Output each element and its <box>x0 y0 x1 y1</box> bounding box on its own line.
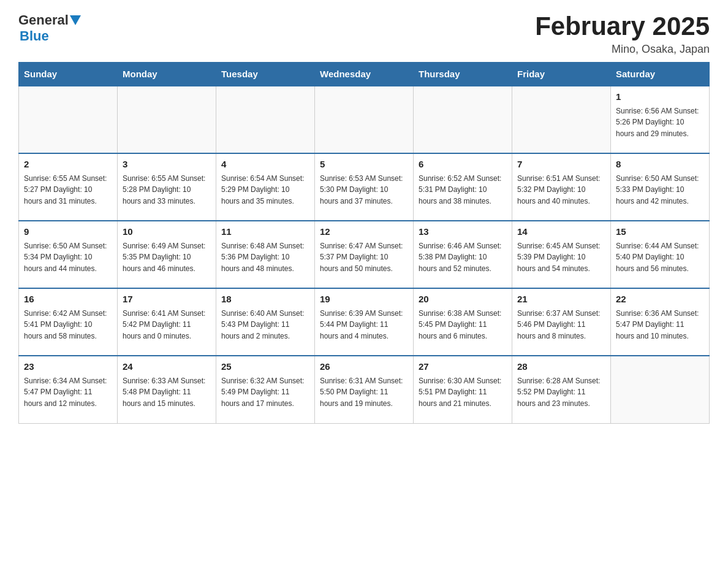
day-number: 22 <box>616 293 704 307</box>
col-tuesday: Tuesday <box>216 63 315 86</box>
logo-triangle-icon <box>70 15 81 25</box>
day-number: 9 <box>24 225 112 239</box>
col-thursday: Thursday <box>414 63 512 86</box>
day-info: Sunrise: 6:39 AM Sunset: 5:44 PM Dayligh… <box>320 308 408 342</box>
calendar-day-cell: 6Sunrise: 6:52 AM Sunset: 5:31 PM Daylig… <box>414 153 512 221</box>
calendar-day-cell: 12Sunrise: 6:47 AM Sunset: 5:37 PM Dayli… <box>315 221 414 288</box>
day-number: 18 <box>221 293 309 307</box>
day-number: 14 <box>517 225 605 239</box>
calendar-week-row: 16Sunrise: 6:42 AM Sunset: 5:41 PM Dayli… <box>19 288 710 356</box>
calendar-day-cell: 15Sunrise: 6:44 AM Sunset: 5:40 PM Dayli… <box>611 221 710 288</box>
calendar-day-cell: 1Sunrise: 6:56 AM Sunset: 5:26 PM Daylig… <box>611 86 710 153</box>
col-sunday: Sunday <box>19 63 118 86</box>
calendar-day-cell: 9Sunrise: 6:50 AM Sunset: 5:34 PM Daylig… <box>19 221 118 288</box>
day-info: Sunrise: 6:56 AM Sunset: 5:26 PM Dayligh… <box>616 105 704 140</box>
day-info: Sunrise: 6:30 AM Sunset: 5:51 PM Dayligh… <box>419 375 507 410</box>
day-number: 20 <box>419 293 507 307</box>
day-number: 15 <box>616 225 704 239</box>
calendar-day-cell <box>611 356 710 423</box>
day-info: Sunrise: 6:50 AM Sunset: 5:33 PM Dayligh… <box>616 173 704 207</box>
calendar-day-cell: 2Sunrise: 6:55 AM Sunset: 5:27 PM Daylig… <box>19 153 118 221</box>
calendar-day-cell: 13Sunrise: 6:46 AM Sunset: 5:38 PM Dayli… <box>414 221 512 288</box>
day-number: 27 <box>419 360 507 374</box>
day-info: Sunrise: 6:49 AM Sunset: 5:35 PM Dayligh… <box>123 240 211 275</box>
day-number: 26 <box>320 360 408 374</box>
day-info: Sunrise: 6:31 AM Sunset: 5:50 PM Dayligh… <box>320 375 408 410</box>
calendar-day-cell: 20Sunrise: 6:38 AM Sunset: 5:45 PM Dayli… <box>414 288 512 356</box>
day-info: Sunrise: 6:51 AM Sunset: 5:32 PM Dayligh… <box>517 173 605 207</box>
calendar-week-row: 9Sunrise: 6:50 AM Sunset: 5:34 PM Daylig… <box>19 221 710 288</box>
day-info: Sunrise: 6:46 AM Sunset: 5:38 PM Dayligh… <box>419 240 507 275</box>
month-title: February 2025 <box>535 12 710 40</box>
day-info: Sunrise: 6:53 AM Sunset: 5:30 PM Dayligh… <box>320 173 408 207</box>
calendar-day-cell: 18Sunrise: 6:40 AM Sunset: 5:43 PM Dayli… <box>216 288 315 356</box>
calendar-header-row: Sunday Monday Tuesday Wednesday Thursday… <box>19 63 710 86</box>
calendar-day-cell <box>19 86 118 153</box>
day-number: 4 <box>221 158 309 172</box>
day-info: Sunrise: 6:47 AM Sunset: 5:37 PM Dayligh… <box>320 240 408 275</box>
day-number: 2 <box>24 158 112 172</box>
day-info: Sunrise: 6:50 AM Sunset: 5:34 PM Dayligh… <box>24 240 112 275</box>
logo-blue: Blue <box>18 28 81 44</box>
day-number: 8 <box>616 158 704 172</box>
logo-general: General <box>18 12 69 28</box>
day-info: Sunrise: 6:37 AM Sunset: 5:46 PM Dayligh… <box>517 308 605 342</box>
svg-marker-0 <box>70 15 81 25</box>
day-info: Sunrise: 6:28 AM Sunset: 5:52 PM Dayligh… <box>517 375 605 410</box>
day-info: Sunrise: 6:54 AM Sunset: 5:29 PM Dayligh… <box>221 173 309 207</box>
calendar-day-cell: 14Sunrise: 6:45 AM Sunset: 5:39 PM Dayli… <box>512 221 611 288</box>
calendar-day-cell: 25Sunrise: 6:32 AM Sunset: 5:49 PM Dayli… <box>216 356 315 423</box>
day-info: Sunrise: 6:33 AM Sunset: 5:48 PM Dayligh… <box>123 375 211 410</box>
title-block: February 2025 Mino, Osaka, Japan <box>535 12 710 56</box>
calendar-day-cell: 23Sunrise: 6:34 AM Sunset: 5:47 PM Dayli… <box>19 356 118 423</box>
calendar-day-cell: 17Sunrise: 6:41 AM Sunset: 5:42 PM Dayli… <box>118 288 216 356</box>
col-saturday: Saturday <box>611 63 710 86</box>
calendar-day-cell: 27Sunrise: 6:30 AM Sunset: 5:51 PM Dayli… <box>414 356 512 423</box>
day-info: Sunrise: 6:36 AM Sunset: 5:47 PM Dayligh… <box>616 308 704 342</box>
calendar-day-cell <box>118 86 216 153</box>
day-info: Sunrise: 6:38 AM Sunset: 5:45 PM Dayligh… <box>419 308 507 342</box>
calendar-week-row: 1Sunrise: 6:56 AM Sunset: 5:26 PM Daylig… <box>19 86 710 153</box>
day-number: 12 <box>320 225 408 239</box>
calendar-day-cell: 19Sunrise: 6:39 AM Sunset: 5:44 PM Dayli… <box>315 288 414 356</box>
calendar-day-cell: 28Sunrise: 6:28 AM Sunset: 5:52 PM Dayli… <box>512 356 611 423</box>
calendar-day-cell <box>512 86 611 153</box>
day-number: 6 <box>419 158 507 172</box>
calendar-day-cell: 21Sunrise: 6:37 AM Sunset: 5:46 PM Dayli… <box>512 288 611 356</box>
logo: General Blue <box>18 12 81 44</box>
day-number: 1 <box>616 90 704 104</box>
calendar-day-cell <box>216 86 315 153</box>
day-info: Sunrise: 6:40 AM Sunset: 5:43 PM Dayligh… <box>221 308 309 342</box>
day-number: 23 <box>24 360 112 374</box>
calendar-week-row: 23Sunrise: 6:34 AM Sunset: 5:47 PM Dayli… <box>19 356 710 423</box>
day-info: Sunrise: 6:45 AM Sunset: 5:39 PM Dayligh… <box>517 240 605 275</box>
calendar-table: Sunday Monday Tuesday Wednesday Thursday… <box>18 62 710 424</box>
day-number: 5 <box>320 158 408 172</box>
day-number: 16 <box>24 293 112 307</box>
day-number: 13 <box>419 225 507 239</box>
day-number: 7 <box>517 158 605 172</box>
day-number: 25 <box>221 360 309 374</box>
calendar-day-cell: 16Sunrise: 6:42 AM Sunset: 5:41 PM Dayli… <box>19 288 118 356</box>
calendar-day-cell: 26Sunrise: 6:31 AM Sunset: 5:50 PM Dayli… <box>315 356 414 423</box>
day-number: 28 <box>517 360 605 374</box>
col-wednesday: Wednesday <box>315 63 414 86</box>
day-info: Sunrise: 6:55 AM Sunset: 5:27 PM Dayligh… <box>24 173 112 207</box>
day-info: Sunrise: 6:52 AM Sunset: 5:31 PM Dayligh… <box>419 173 507 207</box>
calendar-day-cell: 10Sunrise: 6:49 AM Sunset: 5:35 PM Dayli… <box>118 221 216 288</box>
day-number: 19 <box>320 293 408 307</box>
col-friday: Friday <box>512 63 611 86</box>
calendar-day-cell <box>414 86 512 153</box>
calendar-day-cell: 3Sunrise: 6:55 AM Sunset: 5:28 PM Daylig… <box>118 153 216 221</box>
day-number: 24 <box>123 360 211 374</box>
day-number: 3 <box>123 158 211 172</box>
day-info: Sunrise: 6:48 AM Sunset: 5:36 PM Dayligh… <box>221 240 309 275</box>
day-info: Sunrise: 6:34 AM Sunset: 5:47 PM Dayligh… <box>24 375 112 410</box>
calendar-day-cell: 5Sunrise: 6:53 AM Sunset: 5:30 PM Daylig… <box>315 153 414 221</box>
calendar-day-cell: 4Sunrise: 6:54 AM Sunset: 5:29 PM Daylig… <box>216 153 315 221</box>
col-monday: Monday <box>118 63 216 86</box>
calendar-day-cell: 7Sunrise: 6:51 AM Sunset: 5:32 PM Daylig… <box>512 153 611 221</box>
day-info: Sunrise: 6:32 AM Sunset: 5:49 PM Dayligh… <box>221 375 309 410</box>
calendar-day-cell: 8Sunrise: 6:50 AM Sunset: 5:33 PM Daylig… <box>611 153 710 221</box>
page-header: General Blue February 2025 Mino, Osaka, … <box>18 12 710 56</box>
